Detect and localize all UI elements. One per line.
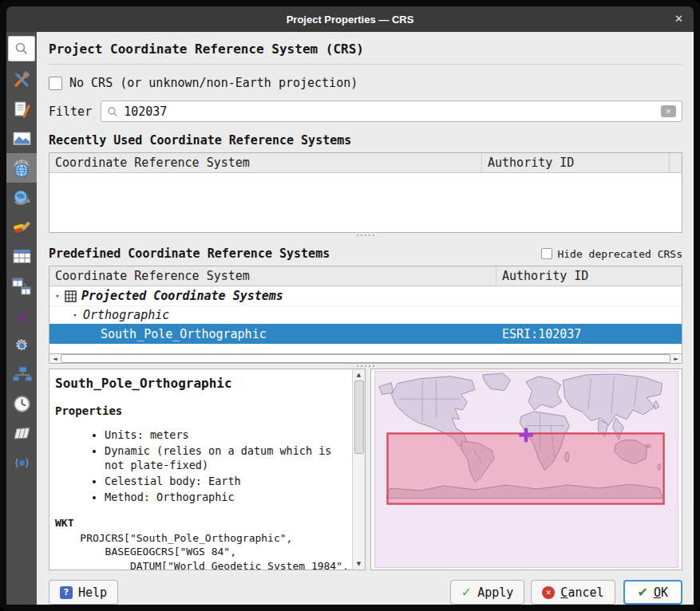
relations-icon xyxy=(12,278,31,295)
table-icon xyxy=(13,249,31,264)
sidebar-item-temporal[interactable] xyxy=(6,389,37,419)
tree-row-projected[interactable]: ▾ Projected Coordinate Systems xyxy=(49,286,682,306)
search-icon xyxy=(107,106,118,117)
sidebar-item-metadata[interactable] xyxy=(6,94,37,124)
sidebar-item-qgis-server[interactable] xyxy=(6,360,37,389)
sidebar-item-general[interactable] xyxy=(6,65,37,94)
hide-deprecated-label: Hide deprecated CRSs xyxy=(557,248,682,260)
cancel-label: Cancel xyxy=(560,585,603,600)
apply-check-icon: ✓ xyxy=(461,585,472,600)
sidebar-item-data-sources[interactable] xyxy=(6,242,37,271)
recent-col-authority[interactable]: Authority ID xyxy=(482,153,669,172)
settings-sidebar: ε ⚙ xyxy=(6,32,37,605)
recent-crs-list[interactable] xyxy=(49,173,682,232)
map-icon xyxy=(12,426,32,441)
wkt-heading: WKT xyxy=(55,517,350,529)
epsilon-icon: ε xyxy=(17,307,26,325)
hide-deprecated-checkbox[interactable] xyxy=(541,248,552,259)
recent-crs-table: Coordinate Reference System Authority ID xyxy=(49,152,682,233)
scroll-left-icon[interactable]: ◄ xyxy=(49,356,61,362)
window-title: Project Properties — CRS xyxy=(287,14,414,26)
paintbrush-icon xyxy=(13,219,31,236)
sidebar-item-crs[interactable] xyxy=(6,153,37,183)
no-crs-checkbox[interactable] xyxy=(49,77,62,90)
scrollbar-thumb[interactable] xyxy=(61,354,670,363)
filter-field[interactable]: ✕ xyxy=(101,101,682,122)
predefined-crs-heading: Predefined Coordinate Reference Systems xyxy=(49,246,330,261)
crs-name: South_Pole_Orthographic xyxy=(55,376,350,391)
tree-label-projected: Projected Coordinate Systems xyxy=(81,289,283,303)
globe-arrow-icon xyxy=(12,188,31,207)
ok-check-icon: ✔ xyxy=(638,585,648,600)
property-method: Method: Orthographic xyxy=(105,491,350,505)
help-label: Help xyxy=(78,585,107,600)
titlebar: Project Properties — CRS ✕ xyxy=(6,6,694,32)
sidebar-search-box[interactable] xyxy=(8,36,35,61)
sensor-icon xyxy=(12,455,32,471)
search-icon xyxy=(14,41,30,57)
sidebar-item-relations[interactable] xyxy=(6,271,37,301)
properties-heading: Properties xyxy=(55,404,350,417)
scroll-up-icon[interactable]: ▲ xyxy=(357,369,361,380)
grid-icon xyxy=(65,290,77,302)
filter-input[interactable] xyxy=(124,104,655,119)
cancel-x-icon: ✕ xyxy=(542,586,555,599)
crs-settings-page: Project Coordinate Reference System (CRS… xyxy=(37,32,694,605)
clear-filter-icon[interactable]: ✕ xyxy=(661,105,676,117)
apply-button[interactable]: ✓ Apply xyxy=(450,580,525,605)
ok-button[interactable]: ✔ OK xyxy=(623,580,682,605)
scroll-down-icon[interactable]: ▼ xyxy=(357,558,361,570)
scroll-right-icon[interactable]: ► xyxy=(670,356,682,362)
scrollbar-thumb[interactable] xyxy=(354,380,364,454)
wkt-code: PROJCRS["South_Pole_Orthographic", BASEG… xyxy=(55,531,350,570)
property-celestial-body: Celestial body: Earth xyxy=(105,475,350,489)
recent-col-crs[interactable]: Coordinate Reference System xyxy=(49,153,482,172)
tree-row-south-pole-orthographic[interactable]: South_Pole_Orthographic ESRI:102037 xyxy=(49,324,682,344)
authority-id-value: ESRI:102037 xyxy=(496,327,682,341)
predefined-col-authority[interactable]: Authority ID xyxy=(496,266,682,286)
sidebar-item-variables[interactable]: ε xyxy=(6,301,37,330)
crs-properties-list: Units: meters Dynamic (relies on a datum… xyxy=(55,428,350,505)
sidebar-item-transformations[interactable] xyxy=(6,183,37,212)
help-button[interactable]: ? Help xyxy=(49,580,118,605)
tree-label-orthographic: Orthographic xyxy=(83,308,169,322)
tools-icon xyxy=(13,71,30,89)
property-units: Units: meters xyxy=(105,428,350,443)
world-map-preview xyxy=(374,371,678,568)
page-title: Project Coordinate Reference System (CRS… xyxy=(49,38,682,65)
cancel-button[interactable]: ✕ Cancel xyxy=(531,580,615,605)
predefined-crs-table: Coordinate Reference System Authority ID… xyxy=(49,266,682,354)
crs-extent-preview xyxy=(370,369,682,570)
splitter-handle[interactable] xyxy=(49,233,682,238)
ok-label: OK xyxy=(654,585,668,600)
clock-icon xyxy=(13,395,31,413)
crs-globe-icon xyxy=(11,158,32,179)
predefined-col-crs[interactable]: Coordinate Reference System xyxy=(49,266,496,286)
sidebar-item-macros[interactable]: ⚙ xyxy=(6,330,37,360)
sidebar-item-terrain[interactable] xyxy=(6,419,37,448)
tree-label-south-pole: South_Pole_Orthographic xyxy=(101,327,267,341)
vertical-scrollbar[interactable]: ▲ ▼ xyxy=(352,369,365,570)
image-icon xyxy=(13,132,31,146)
sidebar-item-styles[interactable] xyxy=(6,212,37,242)
apply-label: Apply xyxy=(477,585,513,600)
close-icon[interactable]: ✕ xyxy=(674,13,683,25)
filter-label: Filter xyxy=(49,104,92,119)
help-icon: ? xyxy=(60,586,73,599)
property-dynamic: Dynamic (relies on a datum which is not … xyxy=(105,444,350,473)
gear-icon: ⚙ xyxy=(14,337,28,353)
expander-icon[interactable]: ▾ xyxy=(70,311,80,319)
sidebar-item-sensors[interactable] xyxy=(6,448,37,478)
expander-icon[interactable]: ▾ xyxy=(53,292,62,300)
horizontal-scrollbar[interactable]: ◄ ► xyxy=(49,354,682,364)
no-crs-label: No CRS (or unknown/non-Earth projection) xyxy=(69,76,358,90)
project-properties-window: Project Properties — CRS ✕ xyxy=(0,0,700,611)
document-pencil-icon xyxy=(14,101,30,118)
tree-row-orthographic[interactable]: ▾ Orthographic xyxy=(49,306,682,324)
sidebar-item-view-settings[interactable] xyxy=(6,124,37,153)
recent-header-corner xyxy=(669,153,682,172)
crs-details-panel: South_Pole_Orthographic Properties Units… xyxy=(49,369,366,570)
recent-crs-heading: Recently Used Coordinate Reference Syste… xyxy=(49,133,682,148)
network-computers-icon xyxy=(12,366,32,383)
